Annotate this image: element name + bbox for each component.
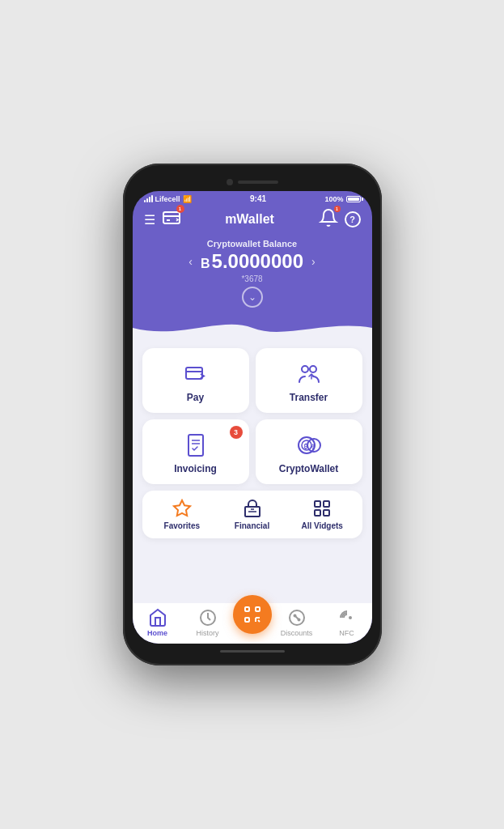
account-number: *3678 [149,274,356,283]
wave-svg [133,316,372,340]
cryptowallet-label: CryptoWallet [279,463,339,474]
financial-label: Financial [235,521,269,530]
svg-marker-15 [174,500,190,516]
nav-bar: Home History [133,603,372,644]
pay-label: Pay [187,392,204,403]
card-icon-wrapper[interactable]: 1 [162,208,181,231]
svg-point-6 [310,366,316,372]
wifi-icon: 📶 [183,195,192,203]
phone-screen: Lifecell 📶 9:41 100% ☰ [133,191,372,644]
svg-rect-24 [245,607,249,611]
phone-frame: Lifecell 📶 9:41 100% ☰ [123,164,382,665]
invoicing-icon [183,432,209,458]
battery-fill [348,198,359,201]
cryptowallet-card[interactable]: ₿ ⟠ CryptoWallet [256,419,362,484]
svg-rect-19 [315,501,320,507]
financial-icon [243,499,262,518]
status-left: Lifecell 📶 [144,195,192,203]
pay-icon [183,361,209,387]
svg-rect-26 [245,618,249,622]
transfer-icon [296,361,322,387]
nav-nfc[interactable]: NFC [322,608,372,637]
balance-row: ‹ B5.0000000 › [149,250,356,273]
header-left: ☰ 1 [144,208,181,231]
all-vidgets-tool[interactable]: All Vidgets [287,499,358,530]
status-right: 100% [324,195,360,203]
header-right: 1 ? [319,208,361,231]
svg-point-33 [298,619,299,621]
app-title: mWallet [225,212,274,227]
phone-camera [227,179,233,185]
svg-point-32 [294,615,295,617]
home-nav-icon [148,608,167,627]
svg-rect-25 [256,607,260,611]
svg-rect-21 [315,510,320,516]
nav-scan-wrapper [233,611,272,634]
nav-nfc-label: NFC [339,629,354,637]
battery-label: 100% [324,195,343,203]
financial-tool[interactable]: Financial [217,499,287,530]
balance-symbol: B [201,257,210,270]
svg-rect-20 [324,501,329,507]
svg-rect-22 [324,510,329,516]
bell-badge: 1 [334,206,341,212]
phone-notch [133,173,372,191]
phone-bottom-bar [133,644,372,656]
card-badge: 1 [176,205,184,213]
svg-point-34 [349,617,351,619]
tools-row: Favorites Financial [142,491,362,538]
main-content: Pay Transfer 3 [133,340,372,603]
status-bar: Lifecell 📶 9:41 100% [133,191,372,205]
bottom-bar-line [220,650,285,653]
help-icon[interactable]: ? [345,211,361,227]
svg-rect-7 [188,435,203,456]
expand-button[interactable]: ⌄ [242,287,263,308]
svg-line-29 [258,620,260,622]
balance-prev-arrow[interactable]: ‹ [188,255,193,268]
battery-icon [346,196,361,202]
scan-icon [243,605,262,624]
discounts-nav-icon [287,608,307,627]
bell-wrapper[interactable]: 1 [319,208,338,231]
transfer-label: Transfer [290,392,328,403]
svg-rect-3 [186,368,202,379]
nfc-nav-icon [337,608,357,627]
balance-label: Cryptowallet Balance [149,239,356,249]
svg-point-5 [302,366,308,372]
signal-bars [144,195,153,202]
invoicing-label: Invoicing [174,463,217,474]
balance-amount: B5.0000000 [201,250,303,273]
balance-next-arrow[interactable]: › [311,255,316,268]
menu-icon[interactable]: ☰ [144,212,155,227]
services-grid: Pay Transfer 3 [142,348,362,484]
invoicing-badge: 3 [230,426,243,439]
invoicing-card[interactable]: 3 Invoicing [142,419,249,484]
nav-history[interactable]: History [183,608,233,637]
scan-button[interactable] [233,595,272,634]
transfer-card[interactable]: Transfer [256,348,362,413]
balance-section: Cryptowallet Balance ‹ B5.0000000 › *367… [133,236,372,316]
pay-card[interactable]: Pay [142,348,249,413]
svg-rect-0 [163,212,180,223]
phone-speaker [238,181,278,184]
app-header: ☰ 1 mWallet [133,205,372,236]
favorites-tool[interactable]: Favorites [147,499,218,530]
status-time: 9:41 [250,194,266,203]
nav-history-label: History [196,629,218,637]
favorites-icon [172,499,192,518]
favorites-label: Favorites [164,521,200,530]
wave-container [133,316,372,340]
nav-home-label: Home [147,629,167,637]
nav-home[interactable]: Home [133,608,183,637]
nav-discounts[interactable]: Discounts [272,608,322,637]
cryptowallet-icon: ₿ ⟠ [296,432,322,458]
all-vidgets-icon [312,499,332,518]
carrier-label: Lifecell [155,195,180,203]
history-nav-icon [198,608,218,627]
all-vidgets-label: All Vidgets [301,521,343,530]
nav-discounts-label: Discounts [281,629,313,637]
